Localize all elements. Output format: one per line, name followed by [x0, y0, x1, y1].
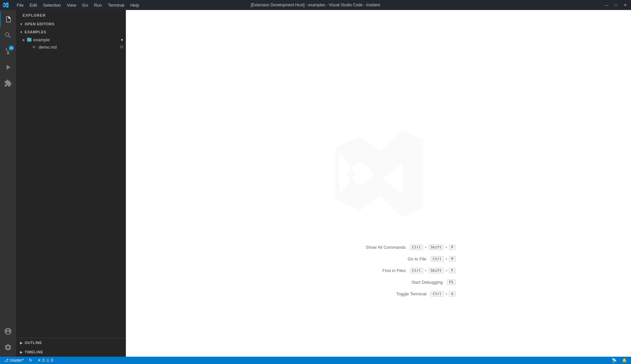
tree-item-demo-md[interactable]: M↓ demo.md U — [16, 43, 126, 51]
sidebar-header: EXPLORER — [16, 10, 126, 20]
menu-selection[interactable]: Selection — [40, 2, 63, 8]
error-icon: ✕ — [38, 358, 41, 363]
key-ctrl-1[interactable]: Ctrl — [410, 244, 423, 250]
menu-view[interactable]: View — [64, 2, 79, 8]
demo-md-label: demo.md — [39, 45, 120, 50]
title-bar-left: File Edit Selection View Go Run Terminal… — [3, 2, 142, 8]
key-ö[interactable]: ö — [449, 291, 456, 297]
sync-icon: ↻ — [29, 358, 32, 363]
activity-item-source-control[interactable]: 15 — [0, 43, 16, 59]
key-p-1[interactable]: P — [449, 244, 456, 250]
menu-file[interactable]: File — [14, 2, 26, 8]
activity-item-settings[interactable] — [0, 339, 16, 355]
shortcut-keys-start-debug: F5 — [447, 279, 456, 285]
shortcut-row-start-debug: Start Debugging F5 — [359, 279, 456, 285]
examples-chevron-icon: ▾ — [19, 29, 24, 35]
main-layout: 15 E — [0, 10, 631, 357]
warning-icon: ⚠ — [46, 358, 50, 363]
key-f-1[interactable]: F — [449, 268, 456, 273]
shortcut-label-find-files: Find in Files — [359, 268, 406, 273]
editor-area: Show All Commands Ctrl + Shift + P Go to… — [126, 10, 631, 357]
open-editors-chevron-icon: ▾ — [19, 21, 24, 27]
outline-label: OUTLINE — [25, 341, 42, 345]
timeline-header[interactable]: ▶ TIMELINE — [16, 347, 126, 357]
status-errors[interactable]: ✕ 0 ⚠ 0 — [36, 358, 54, 363]
key-shift-1[interactable]: Shift — [428, 244, 444, 250]
shortcut-keys-goto-file: Ctrl + P — [431, 256, 456, 262]
welcome-shortcuts: Show All Commands Ctrl + Shift + P Go to… — [359, 244, 456, 297]
key-p-2[interactable]: P — [449, 256, 456, 262]
key-plus-5: + — [445, 268, 448, 273]
open-editors-label: OPEN EDITORS — [25, 22, 55, 26]
source-control-badge: 15 — [9, 45, 14, 51]
title-bar: File Edit Selection View Go Run Terminal… — [0, 0, 631, 10]
tree-item-example-folder[interactable]: ▶ example ● — [16, 36, 126, 43]
outline-header[interactable]: ▶ OUTLINE — [16, 338, 126, 347]
vscode-logo-icon — [3, 2, 9, 8]
status-bar-right: 📡 🔔 — [610, 358, 628, 363]
sidebar: EXPLORER ▾ OPEN EDITORS ▾ EXAMPLES ▶ exa… — [16, 10, 126, 357]
example-folder-label: example — [33, 37, 121, 42]
demo-md-status: U — [120, 45, 123, 49]
menu-help[interactable]: Help — [128, 2, 142, 8]
key-ctrl-3[interactable]: Ctrl — [410, 268, 423, 273]
status-bar: ⎇ master* ↻ ✕ 0 ⚠ 0 📡 🔔 — [0, 357, 631, 364]
file-tree: ▶ example ● M↓ demo.md U — [16, 36, 126, 338]
close-button[interactable]: ✕ — [622, 3, 628, 7]
window-controls: — □ ✕ — [603, 3, 628, 7]
menu-run[interactable]: Run — [91, 2, 105, 8]
md-file-icon: M↓ — [32, 44, 37, 50]
activity-item-run-debug[interactable] — [0, 59, 16, 75]
key-plus-3: + — [445, 257, 448, 261]
shortcut-row-toggle-terminal: Toggle Terminal Ctrl + ö — [359, 291, 456, 297]
menu-edit[interactable]: Edit — [27, 2, 40, 8]
examples-label: EXAMPLES — [25, 30, 46, 34]
key-ctrl-4[interactable]: Ctrl — [431, 291, 444, 297]
error-count: 0 — [42, 358, 45, 363]
shortcut-keys-show-commands: Ctrl + Shift + P — [410, 244, 456, 250]
status-branch[interactable]: ⎇ master* — [3, 358, 25, 363]
menu-bar: File Edit Selection View Go Run Terminal… — [14, 2, 142, 8]
vscode-watermark — [332, 127, 425, 221]
maximize-button[interactable]: □ — [612, 3, 619, 7]
status-notifications[interactable]: 🔔 — [621, 358, 628, 363]
timeline-label: TIMELINE — [25, 350, 43, 354]
open-editors-header[interactable]: ▾ OPEN EDITORS — [16, 20, 126, 28]
key-ctrl-2[interactable]: Ctrl — [431, 256, 444, 262]
title-text: [Extension Development Host] - examples … — [251, 3, 380, 7]
bell-icon: 🔔 — [622, 358, 627, 363]
timeline-chevron-icon: ▶ — [19, 349, 24, 355]
activity-item-extensions[interactable] — [0, 75, 16, 91]
folder-chevron-icon: ▶ — [21, 37, 27, 42]
broadcast-icon: 📡 — [612, 358, 617, 363]
shortcut-label-start-debug: Start Debugging — [396, 280, 443, 285]
key-plus-2: + — [445, 245, 448, 250]
activity-bar: 15 — [0, 10, 16, 357]
folder-icon — [27, 37, 32, 42]
shortcut-keys-find-files: Ctrl + Shift + F — [410, 268, 456, 273]
shortcut-row-goto-file: Go to File Ctrl + P — [359, 256, 456, 262]
key-plus-6: + — [445, 292, 448, 296]
warning-count: 0 — [51, 358, 53, 363]
shortcut-label-goto-file: Go to File — [380, 256, 427, 261]
activity-item-search[interactable] — [0, 27, 16, 43]
shortcut-row-show-commands: Show All Commands Ctrl + Shift + P — [359, 244, 456, 250]
key-plus-4: + — [425, 268, 427, 273]
shortcut-row-find-files: Find in Files Ctrl + Shift + F — [359, 268, 456, 273]
key-shift-2[interactable]: Shift — [428, 268, 444, 273]
activity-item-account[interactable] — [0, 323, 16, 339]
key-f5[interactable]: F5 — [447, 279, 456, 285]
activity-bar-bottom — [0, 323, 16, 357]
menu-terminal[interactable]: Terminal — [105, 2, 127, 8]
status-broadcast[interactable]: 📡 — [610, 358, 618, 363]
menu-go[interactable]: Go — [80, 2, 91, 8]
shortcut-label-toggle-terminal: Toggle Terminal — [380, 291, 427, 296]
examples-header[interactable]: ▾ EXAMPLES — [16, 28, 126, 36]
activity-item-explorer[interactable] — [0, 11, 16, 27]
status-sync[interactable]: ↻ — [28, 358, 34, 363]
branch-icon: ⎇ — [4, 358, 9, 363]
minimize-button[interactable]: — — [603, 3, 610, 7]
shortcut-keys-toggle-terminal: Ctrl + ö — [431, 291, 456, 297]
outline-chevron-icon: ▶ — [19, 340, 24, 345]
key-plus-1: + — [425, 245, 427, 250]
